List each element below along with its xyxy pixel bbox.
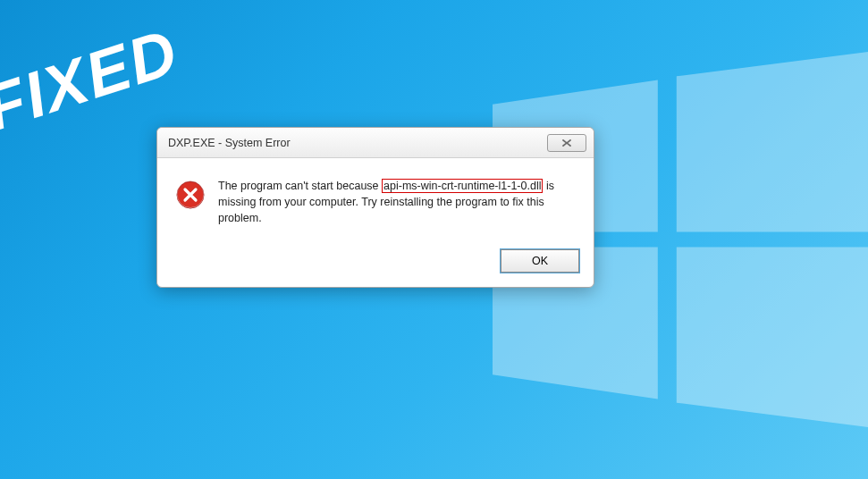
error-message: The program can't start because api-ms-w…	[218, 178, 576, 226]
error-icon	[175, 180, 206, 210]
fixed-overlay-text: FIXED	[0, 14, 187, 146]
dialog-body: The program can't start because api-ms-w…	[157, 158, 594, 242]
ok-button[interactable]: OK	[501, 249, 579, 273]
error-dialog: DXP.EXE - System Error The program can't…	[156, 127, 594, 288]
dialog-title: DXP.EXE - System Error	[168, 137, 291, 149]
desktop-background: FIXED DXP.EXE - System Error The program…	[0, 0, 868, 479]
dialog-titlebar[interactable]: DXP.EXE - System Error	[157, 128, 594, 158]
highlighted-dll-name: api-ms-win-crt-runtime-l1-1-0.dll	[382, 179, 543, 193]
dialog-footer: OK	[157, 242, 594, 287]
close-button[interactable]	[547, 134, 586, 152]
close-icon	[561, 139, 572, 147]
message-text-1: The program can't start because	[218, 180, 382, 192]
